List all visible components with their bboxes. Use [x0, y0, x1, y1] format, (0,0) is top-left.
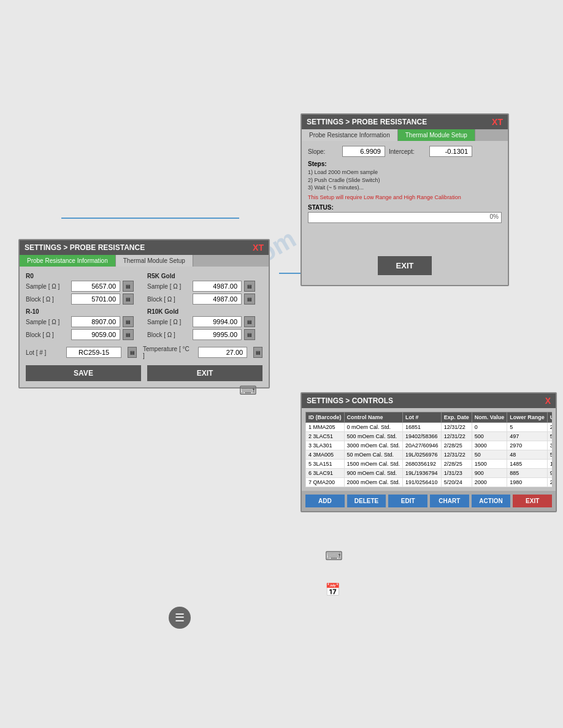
r0-block-icon[interactable]: ▤: [123, 294, 134, 305]
temp-input[interactable]: [198, 347, 247, 358]
r0-label: R0: [26, 273, 141, 279]
r10-label: R-10: [26, 308, 141, 315]
r0-sample-input[interactable]: [71, 281, 120, 292]
r0-sample-row: Sample [ Ω ] ▤: [26, 281, 141, 292]
r10k-block-icon[interactable]: ▤: [244, 329, 255, 340]
controls-title: SETTINGS > CONTROLS: [307, 396, 393, 405]
probe-right-tabs: Probe Resistance Information Thermal Mod…: [302, 129, 508, 141]
temp-icon[interactable]: ▤: [253, 347, 262, 358]
r10k-block-input[interactable]: [193, 329, 242, 340]
chart-button[interactable]: CHART: [430, 495, 469, 507]
steps-text: 1) Load 2000 mOem sample 2) Push Cradle …: [308, 169, 502, 192]
r0-block-label: Block [ Ω ]: [26, 296, 69, 303]
intercept-input[interactable]: [429, 146, 472, 157]
r5k-block-input[interactable]: [193, 294, 242, 305]
table-row[interactable]: 6 3LAC91 900 mOem Cal. Std. 19L/1936794 …: [306, 469, 553, 478]
controls-table: ID (Barcode) Control Name Lot # Exp. Dat…: [305, 412, 552, 487]
action-button[interactable]: ACTION: [472, 495, 511, 507]
r5k-sample-input[interactable]: [193, 281, 242, 292]
col-lower-range: Lower Range: [507, 412, 548, 423]
tab-probe-info-right[interactable]: Probe Resistance Information: [302, 129, 398, 141]
table-row[interactable]: 3 3LA301 3000 mOem Cal. Std. 20A27/60946…: [306, 441, 553, 450]
delete-button[interactable]: DELETE: [347, 495, 386, 507]
r0-block-row: Block [ Ω ] ▤: [26, 294, 141, 305]
probe-left-tabs: Probe Resistance Information Thermal Mod…: [20, 255, 269, 267]
probe-left-title-bar: SETTINGS > PROBE RESISTANCE XT: [20, 240, 269, 255]
r5k-block-icon[interactable]: ▤: [244, 294, 255, 305]
exit-button-controls[interactable]: EXIT: [513, 495, 552, 507]
slope-row: Slope: Intercept:: [308, 146, 502, 157]
table-row[interactable]: 1 MMA205 0 mOem Cal. Std. 16851 12/31/22…: [306, 423, 553, 432]
temp-label: Temperature [ °C ]: [143, 346, 192, 359]
r10-block-icon[interactable]: ▤: [123, 329, 134, 340]
controls-table-header: ID (Barcode) Control Name Lot # Exp. Dat…: [306, 412, 553, 423]
add-button[interactable]: ADD: [305, 495, 345, 507]
r10k-sample-label: Sample [ Ω ]: [147, 319, 190, 325]
r10k-block-row: Block [ Ω ] ▤: [147, 329, 262, 340]
edit-button[interactable]: EDIT: [388, 495, 427, 507]
thermal-content: Slope: Intercept: Steps: 1) Load 2000 mO…: [302, 141, 508, 285]
r10k-sample-input[interactable]: [193, 316, 242, 327]
r10-block-input[interactable]: [71, 329, 120, 340]
tab-thermal-module-setup-right[interactable]: Thermal Module Setup: [398, 129, 475, 141]
controls-buttons: ADD DELETE EDIT CHART ACTION EXIT: [302, 491, 556, 511]
slope-input[interactable]: [342, 146, 385, 157]
exit-button-left[interactable]: EXIT: [147, 365, 262, 381]
controls-title-bar: SETTINGS > CONTROLS X: [302, 393, 556, 408]
probe-right-title: SETTINGS > PROBE RESISTANCE: [307, 118, 427, 126]
calendar-icon[interactable]: 📅: [325, 582, 340, 597]
col-upper-range: Upper Range: [547, 412, 552, 423]
slope-label: Slope:: [308, 148, 339, 155]
col-nom-value: Nom. Value: [472, 412, 507, 423]
tab-probe-resistance-info[interactable]: Probe Resistance Information: [20, 255, 116, 267]
controls-table-body: 1 MMA205 0 mOem Cal. Std. 16851 12/31/22…: [306, 423, 553, 487]
table-row[interactable]: 2 3LAC51 500 mOem Cal. Std. 19402/58366 …: [306, 432, 553, 441]
probe-right-title-bar: SETTINGS > PROBE RESISTANCE XT: [302, 115, 508, 129]
steps-label: Steps:: [308, 161, 502, 167]
save-button[interactable]: SAVE: [26, 365, 141, 381]
status-pct: 0%: [490, 213, 499, 220]
intercept-label: Intercept:: [389, 148, 426, 155]
col-id: ID (Barcode): [306, 412, 345, 423]
r10-sample-icon[interactable]: ▤: [123, 316, 134, 327]
probe-left-buttons: SAVE EXIT: [26, 365, 262, 381]
probe-right-close[interactable]: XT: [492, 117, 503, 127]
r5k-block-label: Block [ Ω ]: [147, 296, 190, 303]
menu-icon-area: ☰: [169, 607, 191, 629]
divider-line-1: [61, 218, 239, 219]
r10-block-row: Block [ Ω ] ▤: [26, 329, 141, 340]
table-row[interactable]: 5 3LA151 1500 mOem Cal. Std. 2680356192 …: [306, 460, 553, 469]
menu-icon[interactable]: ☰: [169, 607, 191, 629]
r0-block-input[interactable]: [71, 294, 120, 305]
r10-sample-input[interactable]: [71, 316, 120, 327]
step1: 1) Load 2000 mOem sample: [308, 169, 502, 176]
r10k-gold-label: R10K Gold: [147, 308, 262, 315]
r10k-sample-row: Sample [ Ω ] ▤: [147, 316, 262, 327]
lot-label: Lot [ # ]: [26, 349, 60, 356]
keyboard-icon-1[interactable]: ⌨: [239, 383, 257, 398]
r0-sample-icon[interactable]: ▤: [123, 281, 134, 292]
r5k-col: R5K Gold Sample [ Ω ] ▤ Block [ Ω ] ▤ R1…: [147, 273, 262, 342]
table-row[interactable]: 4 3MA005 50 mOem Cal. Std. 19L/0256976 1…: [306, 450, 553, 460]
r5k-block-row: Block [ Ω ] ▤: [147, 294, 262, 305]
exit-button-right[interactable]: EXIT: [378, 256, 432, 275]
r5k-sample-label: Sample [ Ω ]: [147, 283, 190, 290]
r10k-block-label: Block [ Ω ]: [147, 332, 190, 338]
probe-left-close[interactable]: XT: [253, 243, 264, 252]
table-row[interactable]: 7 QMA200 2000 mOem Cal. Std. 191/0256410…: [306, 478, 553, 487]
keyboard-icon-2[interactable]: ⌨: [325, 548, 343, 563]
controls-close[interactable]: X: [545, 396, 551, 406]
step2: 2) Push Cradle (Slide Switch): [308, 176, 502, 184]
r10-sample-row: Sample [ Ω ] ▤: [26, 316, 141, 327]
r10-sample-label: Sample [ Ω ]: [26, 319, 69, 325]
status-label: STATUS:: [308, 204, 502, 211]
r10k-sample-icon[interactable]: ▤: [244, 316, 255, 327]
col-control-name: Control Name: [344, 412, 403, 423]
tab-thermal-module-setup-left[interactable]: Thermal Module Setup: [116, 255, 193, 267]
col-lot: Lot #: [403, 412, 442, 423]
calibration-warning: This Setup will require Low Range and Hi…: [308, 194, 502, 200]
r5k-sample-icon[interactable]: ▤: [244, 281, 255, 292]
controls-table-wrapper: ID (Barcode) Control Name Lot # Exp. Dat…: [305, 412, 552, 487]
lot-input[interactable]: [66, 347, 121, 358]
lot-icon[interactable]: ▤: [128, 347, 137, 358]
